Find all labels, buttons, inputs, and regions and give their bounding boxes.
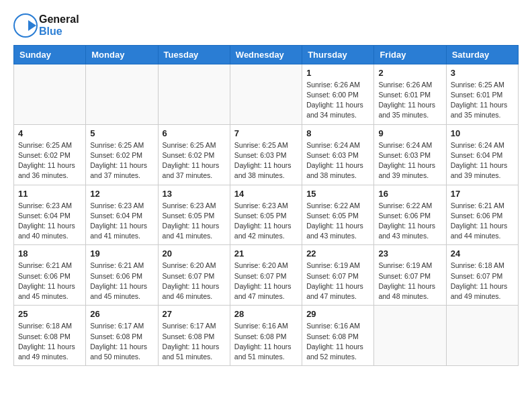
day-info: Sunrise: 6:25 AMSunset: 6:01 PMDaylight:… (451, 80, 514, 121)
calendar-cell: 25Sunrise: 6:18 AMSunset: 6:08 PMDayligh… (14, 306, 86, 366)
calendar-cell: 1Sunrise: 6:26 AMSunset: 6:00 PMDaylight… (302, 64, 374, 124)
day-info: Sunrise: 6:22 AMSunset: 6:05 PMDaylight:… (306, 201, 369, 242)
day-number: 16 (378, 189, 441, 199)
day-number: 9 (378, 128, 441, 138)
day-info: Sunrise: 6:17 AMSunset: 6:08 PMDaylight:… (163, 321, 226, 362)
header-wednesday: Wednesday (230, 45, 302, 64)
day-info: Sunrise: 6:26 AMSunset: 6:00 PMDaylight:… (306, 80, 369, 121)
day-number: 6 (163, 128, 226, 138)
calendar-week-2: 4Sunrise: 6:25 AMSunset: 6:02 PMDaylight… (14, 124, 519, 185)
calendar-cell: 28Sunrise: 6:16 AMSunset: 6:08 PMDayligh… (230, 306, 302, 366)
header-sunday: Sunday (14, 45, 86, 64)
calendar-cell (230, 64, 302, 124)
calendar-cell: 11Sunrise: 6:23 AMSunset: 6:04 PMDayligh… (14, 185, 86, 245)
calendar-cell: 14Sunrise: 6:23 AMSunset: 6:05 PMDayligh… (230, 185, 302, 245)
calendar-cell (14, 64, 86, 124)
day-number: 8 (306, 128, 369, 138)
calendar-cell: 29Sunrise: 6:16 AMSunset: 6:08 PMDayligh… (302, 306, 374, 366)
day-info: Sunrise: 6:23 AMSunset: 6:04 PMDaylight:… (18, 201, 81, 242)
day-info: Sunrise: 6:26 AMSunset: 6:01 PMDaylight:… (378, 80, 441, 121)
header-thursday: Thursday (302, 45, 374, 64)
day-number: 28 (234, 309, 298, 319)
day-number: 10 (451, 128, 514, 138)
day-number: 24 (451, 248, 514, 259)
day-info: Sunrise: 6:25 AMSunset: 6:02 PMDaylight:… (18, 140, 81, 181)
day-number: 23 (378, 248, 441, 259)
day-info: Sunrise: 6:24 AMSunset: 6:04 PMDaylight:… (451, 140, 514, 181)
header-monday: Monday (86, 45, 158, 64)
day-info: Sunrise: 6:25 AMSunset: 6:03 PMDaylight:… (234, 140, 298, 181)
day-number: 18 (18, 248, 81, 259)
calendar-cell: 22Sunrise: 6:19 AMSunset: 6:07 PMDayligh… (302, 245, 374, 306)
header-tuesday: Tuesday (158, 45, 230, 64)
day-info: Sunrise: 6:19 AMSunset: 6:07 PMDaylight:… (306, 261, 369, 302)
calendar-week-4: 18Sunrise: 6:21 AMSunset: 6:06 PMDayligh… (14, 245, 519, 306)
day-number: 13 (163, 189, 226, 199)
logo: General Blue (13, 13, 79, 38)
calendar-cell: 5Sunrise: 6:25 AMSunset: 6:02 PMDaylight… (86, 124, 158, 185)
day-info: Sunrise: 6:20 AMSunset: 6:07 PMDaylight:… (234, 261, 298, 302)
header-friday: Friday (374, 45, 446, 64)
day-number: 19 (90, 248, 153, 259)
calendar-cell: 26Sunrise: 6:17 AMSunset: 6:08 PMDayligh… (86, 306, 158, 366)
day-info: Sunrise: 6:17 AMSunset: 6:08 PMDaylight:… (90, 321, 153, 362)
day-number: 27 (163, 309, 226, 319)
logo-blue: Blue (39, 26, 79, 38)
calendar-cell: 19Sunrise: 6:21 AMSunset: 6:06 PMDayligh… (86, 245, 158, 306)
header-saturday: Saturday (446, 45, 518, 64)
day-info: Sunrise: 6:24 AMSunset: 6:03 PMDaylight:… (378, 140, 441, 181)
day-info: Sunrise: 6:22 AMSunset: 6:06 PMDaylight:… (378, 201, 441, 242)
calendar-cell: 4Sunrise: 6:25 AMSunset: 6:02 PMDaylight… (14, 124, 86, 185)
day-number: 7 (234, 128, 298, 138)
calendar-table: SundayMondayTuesdayWednesdayThursdayFrid… (13, 45, 519, 366)
day-info: Sunrise: 6:24 AMSunset: 6:03 PMDaylight:… (306, 140, 369, 181)
day-number: 15 (306, 189, 369, 199)
calendar-cell: 3Sunrise: 6:25 AMSunset: 6:01 PMDaylight… (446, 64, 518, 124)
day-info: Sunrise: 6:23 AMSunset: 6:05 PMDaylight:… (234, 201, 298, 242)
day-number: 25 (18, 309, 81, 319)
calendar-cell: 2Sunrise: 6:26 AMSunset: 6:01 PMDaylight… (374, 64, 446, 124)
calendar-week-5: 25Sunrise: 6:18 AMSunset: 6:08 PMDayligh… (14, 306, 519, 366)
day-number: 17 (451, 189, 514, 199)
day-info: Sunrise: 6:25 AMSunset: 6:02 PMDaylight:… (90, 140, 153, 181)
day-number: 21 (234, 248, 298, 259)
calendar-week-1: 1Sunrise: 6:26 AMSunset: 6:00 PMDaylight… (14, 64, 519, 124)
calendar-cell (446, 306, 518, 366)
page-header: General Blue (13, 13, 519, 38)
calendar-cell (158, 64, 230, 124)
logo-general: General (39, 13, 79, 26)
day-info: Sunrise: 6:21 AMSunset: 6:06 PMDaylight:… (18, 261, 81, 302)
svg-marker-1 (28, 20, 36, 31)
calendar-cell: 15Sunrise: 6:22 AMSunset: 6:05 PMDayligh… (302, 185, 374, 245)
day-info: Sunrise: 6:16 AMSunset: 6:08 PMDaylight:… (234, 321, 298, 362)
calendar-cell: 24Sunrise: 6:18 AMSunset: 6:07 PMDayligh… (446, 245, 518, 306)
calendar-header-row: SundayMondayTuesdayWednesdayThursdayFrid… (14, 45, 519, 64)
day-number: 2 (378, 68, 441, 78)
day-info: Sunrise: 6:18 AMSunset: 6:08 PMDaylight:… (18, 321, 81, 362)
day-info: Sunrise: 6:21 AMSunset: 6:06 PMDaylight:… (451, 201, 514, 242)
day-number: 11 (18, 189, 81, 199)
day-info: Sunrise: 6:21 AMSunset: 6:06 PMDaylight:… (90, 261, 153, 302)
calendar-cell (374, 306, 446, 366)
calendar-cell: 16Sunrise: 6:22 AMSunset: 6:06 PMDayligh… (374, 185, 446, 245)
day-number: 26 (90, 309, 153, 319)
calendar-cell: 23Sunrise: 6:19 AMSunset: 6:07 PMDayligh… (374, 245, 446, 306)
calendar-cell: 21Sunrise: 6:20 AMSunset: 6:07 PMDayligh… (230, 245, 302, 306)
day-number: 20 (163, 248, 226, 259)
calendar-cell: 17Sunrise: 6:21 AMSunset: 6:06 PMDayligh… (446, 185, 518, 245)
calendar-cell: 12Sunrise: 6:23 AMSunset: 6:04 PMDayligh… (86, 185, 158, 245)
calendar-cell (86, 64, 158, 124)
day-info: Sunrise: 6:20 AMSunset: 6:07 PMDaylight:… (163, 261, 226, 302)
calendar-cell: 9Sunrise: 6:24 AMSunset: 6:03 PMDaylight… (374, 124, 446, 185)
calendar-cell: 18Sunrise: 6:21 AMSunset: 6:06 PMDayligh… (14, 245, 86, 306)
day-info: Sunrise: 6:23 AMSunset: 6:05 PMDaylight:… (163, 201, 226, 242)
calendar-week-3: 11Sunrise: 6:23 AMSunset: 6:04 PMDayligh… (14, 185, 519, 245)
calendar-cell: 8Sunrise: 6:24 AMSunset: 6:03 PMDaylight… (302, 124, 374, 185)
day-info: Sunrise: 6:19 AMSunset: 6:07 PMDaylight:… (378, 261, 441, 302)
day-info: Sunrise: 6:25 AMSunset: 6:02 PMDaylight:… (163, 140, 226, 181)
day-number: 4 (18, 128, 81, 138)
day-number: 14 (234, 189, 298, 199)
calendar-cell: 27Sunrise: 6:17 AMSunset: 6:08 PMDayligh… (158, 306, 230, 366)
calendar-cell: 20Sunrise: 6:20 AMSunset: 6:07 PMDayligh… (158, 245, 230, 306)
day-number: 29 (306, 309, 369, 319)
